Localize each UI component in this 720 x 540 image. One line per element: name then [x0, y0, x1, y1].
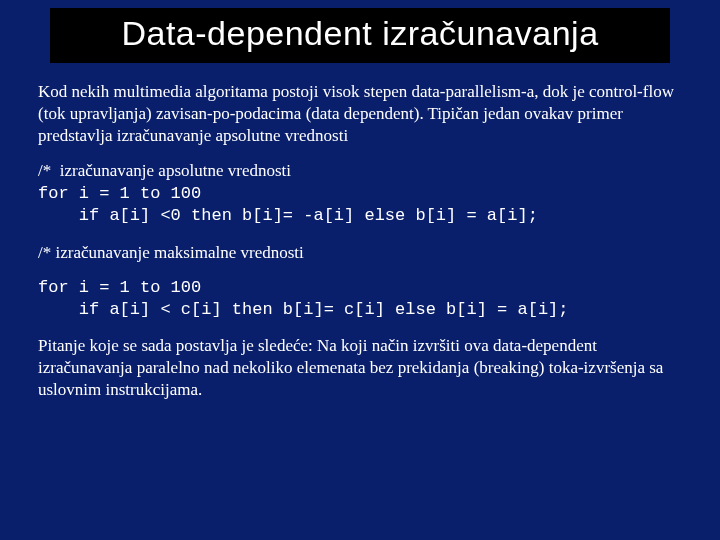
slide: Data-dependent izračunavanja Kod nekih m…	[0, 8, 720, 540]
slide-body: Kod nekih multimedia algoritama postoji …	[0, 81, 720, 401]
slide-title: Data-dependent izračunavanja	[60, 14, 660, 53]
paragraph-question: Pitanje koje se sada postavlja je sledeć…	[38, 335, 682, 400]
title-container: Data-dependent izračunavanja	[50, 8, 670, 63]
code-block-max: for i = 1 to 100 if a[i] < c[i] then b[i…	[38, 277, 682, 321]
code-lines-abs: for i = 1 to 100 if a[i] <0 then b[i]= -…	[38, 184, 538, 225]
code-block-abs: /* izračunavanje apsolutne vrednosti for…	[38, 160, 682, 227]
code-comment-max: /* izračunavanje maksimalne vrednosti	[38, 242, 682, 264]
code-comment-abs: /* izračunavanje apsolutne vrednosti	[38, 161, 291, 180]
paragraph-intro: Kod nekih multimedia algoritama postoji …	[38, 81, 682, 146]
code-lines-max: for i = 1 to 100 if a[i] < c[i] then b[i…	[38, 278, 569, 319]
